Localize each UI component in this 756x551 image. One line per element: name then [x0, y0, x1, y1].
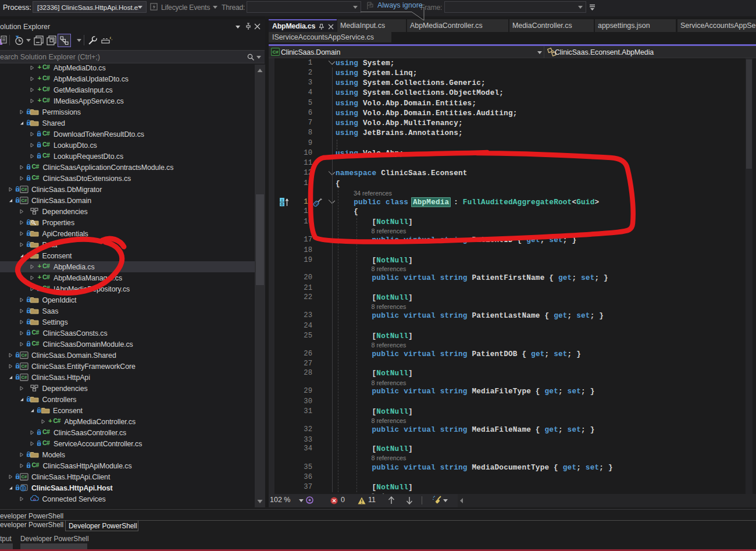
- svg-text:C#: C#: [21, 364, 27, 369]
- svg-text:C#: C#: [272, 49, 279, 55]
- svg-text:C#: C#: [21, 187, 27, 192]
- svg-text:C#: C#: [21, 375, 27, 380]
- svg-text:O: O: [281, 202, 284, 206]
- svg-text:C#: C#: [21, 353, 27, 358]
- svg-text:C#: C#: [21, 198, 27, 203]
- svg-text:C#: C#: [21, 474, 27, 479]
